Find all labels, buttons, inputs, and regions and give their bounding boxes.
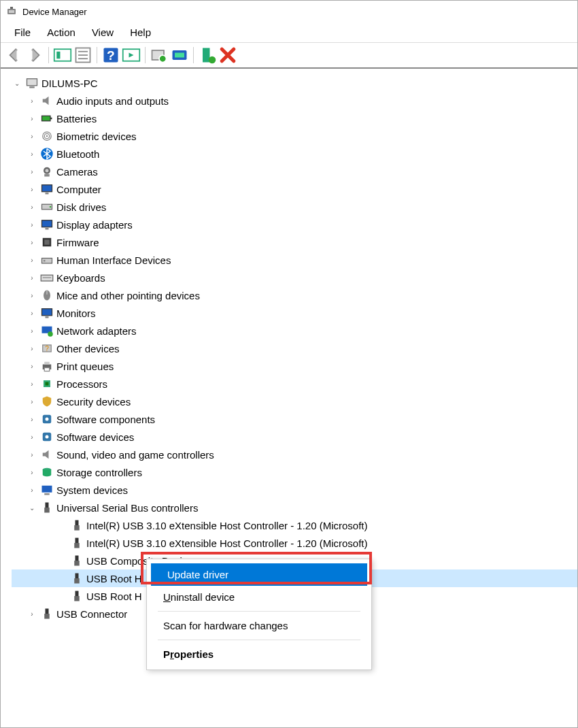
menu-help[interactable]: Help (122, 24, 159, 41)
tree-category[interactable]: › Software devices (12, 428, 577, 446)
tree-category[interactable]: › Security devices (12, 393, 577, 410)
tree-category[interactable]: › Storage controllers (12, 463, 577, 481)
battery-icon (40, 112, 54, 125)
expand-icon[interactable]: › (27, 431, 37, 442)
expand-icon[interactable]: › (27, 237, 37, 248)
category-label: System devices (56, 484, 128, 496)
back-button[interactable] (5, 46, 24, 65)
expand-icon[interactable]: › (27, 396, 37, 407)
expand-icon[interactable]: › (27, 325, 37, 336)
monitor-icon (40, 182, 54, 196)
context-menu-item[interactable]: Properties (147, 643, 371, 665)
expand-icon[interactable]: › (27, 113, 37, 124)
category-label: Other devices (56, 343, 120, 354)
svg-rect-21 (50, 118, 52, 120)
tree-category[interactable]: › Computer (12, 180, 577, 198)
scan-button[interactable] (150, 46, 169, 65)
category-label: Disk drives (56, 201, 106, 213)
usb-icon (40, 501, 54, 514)
svg-rect-53 (46, 382, 49, 386)
expand-icon[interactable]: › (27, 467, 37, 478)
fingerprint-icon (40, 129, 54, 143)
svg-rect-62 (44, 508, 50, 513)
tree-category[interactable]: › Network adapters (12, 322, 577, 340)
tree-category[interactable]: › Cameras (12, 163, 577, 180)
update-button[interactable] (170, 46, 189, 65)
tree-category[interactable]: › Software components (12, 410, 577, 428)
tree-category[interactable]: › Sound, video and game controllers (12, 446, 577, 463)
expand-icon[interactable]: › (27, 290, 37, 301)
svg-rect-64 (74, 525, 80, 531)
category-label: Sound, video and game controllers (56, 449, 214, 461)
tree-root[interactable]: ⌄ DILUMS-PC (12, 74, 577, 92)
svg-rect-67 (75, 556, 79, 561)
tree-category[interactable]: › Disk drives (12, 198, 577, 216)
context-menu-item[interactable]: Scan for hardware changes (147, 614, 371, 637)
svg-rect-50 (44, 362, 50, 365)
tree-category[interactable]: › Keyboards (12, 269, 577, 286)
other-icon: ? (40, 342, 54, 355)
svg-rect-44 (46, 316, 49, 318)
tree-category[interactable]: ⌄ Universal Serial Bus controllers (12, 499, 577, 516)
tree-category[interactable]: › Monitors (12, 304, 577, 322)
tree-category[interactable]: › Firmware (12, 233, 577, 251)
expand-icon[interactable]: ⌄ (27, 502, 37, 513)
expand-icon[interactable]: › (27, 378, 37, 389)
expand-icon[interactable]: › (27, 184, 37, 195)
expand-icon[interactable]: ⌄ (12, 78, 22, 88)
forward-button[interactable] (25, 46, 44, 65)
add-device-button[interactable] (198, 46, 217, 65)
expand-icon[interactable]: › (27, 254, 37, 265)
menu-view[interactable]: View (84, 24, 122, 41)
tree-category[interactable]: › Print queues (12, 357, 577, 375)
expand-icon[interactable]: › (27, 308, 37, 318)
menu-file[interactable]: File (6, 24, 39, 41)
tree-category[interactable]: › Batteries (12, 110, 577, 127)
menu-action[interactable]: Action (39, 24, 84, 41)
show-hidden-button[interactable] (53, 46, 72, 65)
tree-device[interactable]: Intel(R) USB 3.10 eXtensible Host Contro… (12, 534, 577, 552)
expand-icon[interactable]: › (27, 219, 37, 230)
tree-category[interactable]: › Human Interface Devices (12, 251, 577, 269)
expand-icon[interactable]: › (27, 272, 37, 283)
tree-category[interactable]: › Biometric devices (12, 127, 577, 145)
chip-icon (40, 235, 54, 249)
expand-icon[interactable]: › (27, 484, 37, 495)
tree-category[interactable]: › Processors (12, 375, 577, 393)
action-button[interactable] (122, 46, 141, 65)
expand-icon[interactable]: › (27, 343, 37, 354)
tree-category[interactable]: › ? Other devices (12, 340, 577, 357)
device-label: USB Root H (86, 591, 142, 602)
expand-icon[interactable]: › (27, 608, 37, 619)
help-button[interactable]: ? (101, 46, 120, 65)
expand-icon[interactable]: › (27, 148, 37, 159)
device-tree[interactable]: ⌄ DILUMS-PC › Audio inputs and outputs› … (1, 69, 577, 727)
expand-icon[interactable]: › (27, 449, 37, 460)
expand-icon[interactable]: › (27, 201, 37, 212)
category-label: Cameras (56, 166, 98, 178)
category-label: Software devices (56, 431, 134, 443)
category-label: Display adapters (56, 219, 133, 231)
tree-device[interactable]: Intel(R) USB 3.10 eXtensible Host Contro… (12, 516, 577, 534)
category-label: Bluetooth (56, 148, 99, 160)
tree-category[interactable]: › Bluetooth (12, 145, 577, 163)
svg-rect-29 (42, 185, 52, 192)
svg-rect-43 (42, 309, 52, 316)
category-label: Security devices (56, 396, 131, 408)
root-label: DILUMS-PC (41, 78, 98, 89)
expand-icon[interactable]: › (27, 414, 37, 425)
tree-category[interactable]: › System devices (12, 481, 577, 499)
svg-rect-30 (46, 193, 49, 195)
expand-icon[interactable]: › (27, 361, 37, 371)
usb-icon (70, 572, 84, 585)
remove-button[interactable] (218, 46, 237, 65)
context-menu-item[interactable]: Uninstall device (147, 586, 371, 608)
tree-category[interactable]: › Mice and other pointing devices (12, 286, 577, 304)
expand-icon[interactable]: › (27, 95, 37, 106)
context-menu-item[interactable]: Update driver (151, 563, 367, 586)
expand-icon[interactable]: › (27, 131, 37, 142)
expand-icon[interactable]: › (27, 166, 37, 177)
properties-button[interactable] (73, 46, 92, 65)
tree-category[interactable]: › Display adapters (12, 216, 577, 233)
tree-category[interactable]: › Audio inputs and outputs (12, 92, 577, 110)
